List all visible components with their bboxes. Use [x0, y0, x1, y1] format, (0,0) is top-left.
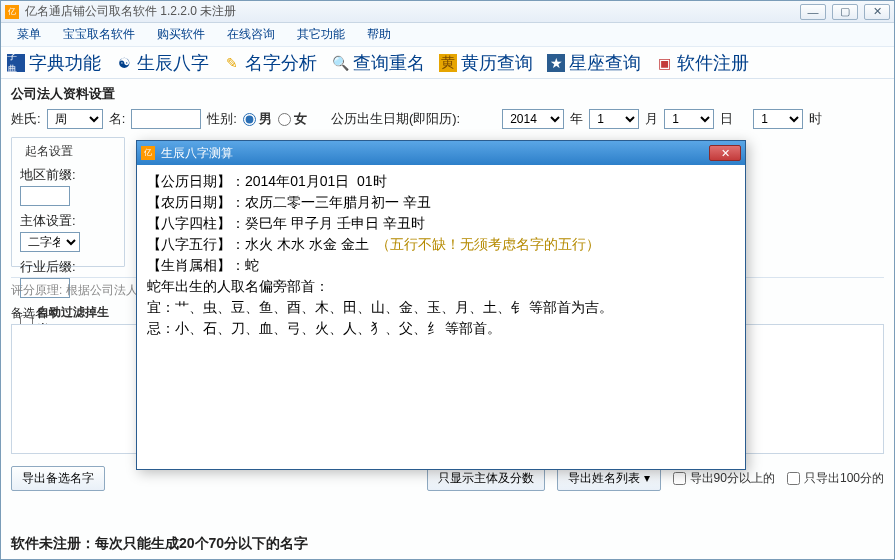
tab-duplicate[interactable]: 🔍查询重名: [331, 51, 425, 75]
month-select[interactable]: 1: [589, 109, 639, 129]
star-icon: ★: [547, 54, 565, 72]
gender-label: 性别:: [207, 110, 237, 128]
tab-calendar[interactable]: 黄黄历查询: [439, 51, 533, 75]
suffix-label: 行业后缀:: [20, 258, 76, 276]
tab-analyze[interactable]: ✎名字分析: [223, 51, 317, 75]
menu-baby-naming[interactable]: 宝宝取名软件: [53, 24, 145, 45]
menu-buy[interactable]: 购买软件: [147, 24, 215, 45]
footer-notice: 软件未注册：每次只能生成20个70分以下的名字: [11, 535, 308, 553]
menu-help[interactable]: 帮助: [357, 24, 401, 45]
export-100only-checkbox[interactable]: 只导出100分的: [787, 470, 884, 487]
name-input[interactable]: [131, 109, 201, 129]
export-90plus-checkbox[interactable]: 导出90分以上的: [673, 470, 775, 487]
titlebar: 亿 亿名通店铺公司取名软件 1.2.2.0 未注册 — ▢ ✕: [1, 1, 894, 23]
year-select[interactable]: 2014: [502, 109, 564, 129]
section-company-info: 公司法人资料设置: [11, 85, 884, 103]
modal-icon: 亿: [141, 146, 155, 160]
menu-consult[interactable]: 在线咨询: [217, 24, 285, 45]
register-icon: ▣: [655, 54, 673, 72]
search-icon: 🔍: [331, 54, 349, 72]
window-title: 亿名通店铺公司取名软件 1.2.2.0 未注册: [25, 3, 800, 20]
tab-bazi[interactable]: ☯生辰八字: [115, 51, 209, 75]
yinyang-icon: ☯: [115, 54, 133, 72]
main-tabs: 字典字典功能 ☯生辰八字 ✎名字分析 🔍查询重名 黄黄历查询 ★星座查询 ▣软件…: [1, 47, 894, 79]
chevron-down-icon: ▾: [644, 471, 650, 485]
export-candidates-button[interactable]: 导出备选名字: [11, 466, 105, 491]
modal-title: 生辰八字测算: [161, 145, 709, 162]
menu-other[interactable]: 其它功能: [287, 24, 355, 45]
day-select[interactable]: 1: [664, 109, 714, 129]
close-button[interactable]: ✕: [864, 4, 890, 20]
modal-close-button[interactable]: ✕: [709, 145, 741, 161]
person-form-row: 姓氏: 周 名: 性别: 男 女 公历出生日期(即阳历): 2014年 1月 1…: [11, 109, 884, 129]
gender-male-radio[interactable]: 男: [243, 110, 272, 128]
menu-main[interactable]: 菜单: [7, 24, 51, 45]
modal-titlebar: 亿 生辰八字测算 ✕: [137, 141, 745, 165]
pencil-icon: ✎: [223, 54, 241, 72]
surname-select[interactable]: 周: [47, 109, 103, 129]
modal-body: 【公历日期】：2014年01月01日 01时 【农历日期】：农历二零一三年腊月初…: [137, 165, 745, 345]
naming-settings-group: 起名设置 地区前缀: 主体设置:二字名 行业后缀: 自动过滤掉生肖: [11, 137, 125, 267]
tab-dictionary[interactable]: 字典字典功能: [7, 51, 101, 75]
tab-register[interactable]: ▣软件注册: [655, 51, 749, 75]
app-icon: 亿: [5, 5, 19, 19]
group-title: 起名设置: [22, 143, 76, 160]
bazi-modal: 亿 生辰八字测算 ✕ 【公历日期】：2014年01月01日 01时 【农历日期】…: [136, 140, 746, 470]
body-label: 主体设置:: [20, 212, 76, 230]
name-label: 名:: [109, 110, 126, 128]
region-prefix-input[interactable]: [20, 186, 70, 206]
surname-label: 姓氏:: [11, 110, 41, 128]
book-icon: 字典: [7, 54, 25, 72]
birth-label: 公历出生日期(即阳历):: [331, 110, 460, 128]
minimize-button[interactable]: —: [800, 4, 826, 20]
maximize-button[interactable]: ▢: [832, 4, 858, 20]
sun-icon: 黄: [439, 54, 457, 72]
menubar: 菜单 宝宝取名软件 购买软件 在线咨询 其它功能 帮助: [1, 23, 894, 47]
gender-female-radio[interactable]: 女: [278, 110, 307, 128]
tab-zodiac[interactable]: ★星座查询: [547, 51, 641, 75]
body-select[interactable]: 二字名: [20, 232, 80, 252]
region-prefix-label: 地区前缀:: [20, 166, 76, 184]
main-window: 亿 亿名通店铺公司取名软件 1.2.2.0 未注册 — ▢ ✕ 菜单 宝宝取名软…: [0, 0, 895, 560]
hour-select[interactable]: 1: [753, 109, 803, 129]
